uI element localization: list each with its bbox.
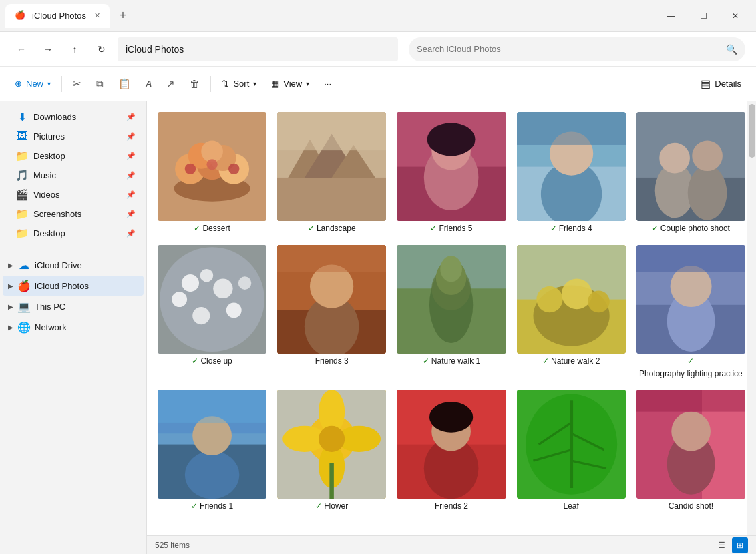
new-label: New — [26, 79, 43, 89]
copy-button[interactable]: ⧉ — [89, 72, 110, 96]
search-input[interactable] — [417, 44, 721, 54]
downloads-icon: ⬇ — [16, 111, 28, 123]
svg-point-37 — [172, 292, 187, 307]
expand-icon: ▶ — [8, 324, 13, 331]
navbar: ← → ↑ ↻ iCloud Photos 🔍 — [0, 32, 756, 67]
search-icon[interactable]: 🔍 — [726, 44, 737, 55]
list-item[interactable]: Friends 3 — [277, 245, 386, 379]
check-icon: ✓ — [430, 224, 437, 234]
view-button[interactable]: ▦ View ▾ — [264, 72, 316, 96]
photo-thumbnail — [277, 245, 386, 354]
minimize-button[interactable]: — — [656, 5, 687, 27]
more-button[interactable]: ··· — [317, 72, 338, 96]
paste-button[interactable]: 📋 — [112, 72, 138, 96]
tab-close-button[interactable]: ✕ — [94, 11, 100, 20]
pictures-icon: 🖼 — [16, 130, 28, 142]
sidebar-item-downloads[interactable]: ⬇ Downloads 📌 — [3, 107, 144, 126]
svg-rect-69 — [158, 390, 266, 423]
pin-icon: 📌 — [126, 171, 136, 180]
sidebar-item-pictures[interactable]: 🖼 Pictures 📌 — [3, 127, 144, 146]
scrollbar-thumb[interactable] — [749, 104, 755, 158]
list-item[interactable]: ✓ Friends 1 — [158, 390, 266, 512]
refresh-button[interactable]: ↻ — [91, 39, 112, 60]
maximize-button[interactable]: ☐ — [688, 5, 719, 27]
pin-icon: 📌 — [126, 152, 136, 160]
group-label: iCloud Photos — [35, 281, 89, 291]
sidebar-group-icloud-photos[interactable]: ▶ 🍎 iCloud Photos — [3, 276, 144, 296]
cut-icon: ✂ — [73, 78, 81, 90]
sidebar-item-label: Pictures — [33, 131, 121, 142]
sidebar-item-desktop[interactable]: 📁 Desktop 📌 — [3, 146, 144, 165]
photo-label: Leaf — [564, 501, 579, 512]
titlebar: 🍎 iCloud Photos ✕ + — ☐ ✕ — [0, 0, 756, 32]
group-label: This PC — [35, 302, 65, 312]
music-icon: 🎵 — [16, 169, 28, 181]
svg-point-36 — [200, 269, 214, 282]
grid-view-button[interactable]: ⊞ — [732, 537, 748, 553]
forward-button[interactable]: → — [37, 39, 59, 60]
share-button[interactable]: ↗ — [160, 72, 182, 96]
new-tab-button[interactable]: + — [112, 5, 134, 27]
list-item[interactable]: ✓ Dessert — [158, 112, 266, 234]
list-item[interactable]: Leaf — [517, 390, 626, 512]
list-item[interactable]: Friends 2 — [397, 390, 506, 512]
address-bar[interactable]: iCloud Photos — [118, 37, 398, 61]
copy-icon: ⧉ — [96, 78, 104, 90]
svg-point-57 — [562, 278, 592, 309]
sidebar-separator — [8, 250, 138, 250]
status-bar: 525 items ☰ ⊞ — [147, 535, 756, 554]
cut-button[interactable]: ✂ — [66, 72, 88, 96]
list-item[interactable]: ✓ Friends 4 — [517, 112, 626, 234]
photo-label: Candid shot! — [669, 501, 713, 512]
svg-point-31 — [687, 166, 727, 220]
view-icon: ▦ — [271, 79, 279, 89]
delete-icon: 🗑 — [190, 78, 200, 89]
list-item[interactable]: ✓ Close up — [158, 245, 266, 379]
this-pc-icon: 💻 — [17, 300, 31, 313]
list-item[interactable]: ✓ Couple photo shoot — [636, 112, 745, 234]
active-tab[interactable]: 🍎 iCloud Photos ✕ — [5, 4, 110, 28]
sidebar-item-screenshots[interactable]: 📁 Screenshots 📌 — [3, 204, 144, 223]
videos-icon: 🎬 — [16, 188, 28, 200]
sort-button[interactable]: ⇅ Sort ▾ — [215, 72, 263, 96]
back-button[interactable]: ← — [11, 39, 32, 60]
sidebar-item-desktop2[interactable]: 📁 Desktop 📌 — [3, 224, 144, 242]
list-item[interactable]: ✓ Flower — [277, 390, 386, 512]
photo-label: ✓ Nature walk 1 — [423, 356, 480, 367]
up-button[interactable]: ↑ — [64, 39, 85, 60]
sidebar-group-this-pc[interactable]: ▶ 💻 This PC — [3, 296, 144, 316]
list-item[interactable]: Candid shot! — [636, 390, 745, 512]
sidebar-group-network[interactable]: ▶ 🌐 Network — [3, 317, 144, 337]
photo-label: ✓ Friends 5 — [430, 224, 472, 234]
sidebar-group-icloud-drive[interactable]: ▶ ☁ iCloud Drive — [3, 255, 144, 275]
list-item[interactable]: ✓ Landscape — [277, 112, 386, 234]
new-button[interactable]: ⊕ New ▾ — [8, 72, 57, 96]
details-button[interactable]: ▤ Details — [694, 72, 748, 96]
svg-point-94 — [671, 412, 711, 451]
list-item[interactable]: ✓ Photography lighting practice — [636, 245, 745, 379]
photo-thumbnail — [277, 390, 386, 499]
svg-point-21 — [427, 123, 476, 156]
delete-button[interactable]: 🗑 — [183, 72, 206, 96]
list-item[interactable]: ✓ Nature walk 1 — [397, 245, 506, 379]
rename-button[interactable]: A — [139, 72, 158, 96]
list-item[interactable]: ✓ Friends 5 — [397, 112, 506, 234]
list-view-button[interactable]: ☰ — [713, 537, 729, 553]
photo-label: ✓ Flower — [315, 501, 348, 512]
svg-point-39 — [226, 302, 242, 318]
photo-thumbnail — [636, 245, 745, 354]
list-item[interactable]: ✓ Nature walk 2 — [517, 245, 626, 379]
photo-label: ✓ Close up — [192, 356, 232, 367]
photo-grid-area: ✓ Dessert — [147, 101, 756, 535]
group-label: Network — [35, 322, 67, 332]
photo-thumbnail — [277, 112, 386, 221]
svg-rect-16 — [277, 112, 386, 150]
close-button[interactable]: ✕ — [720, 5, 751, 27]
photo-thumbnail — [158, 390, 266, 499]
new-dropdown-icon: ▾ — [47, 80, 51, 87]
sidebar-item-videos[interactable]: 🎬 Videos 📌 — [3, 185, 144, 204]
scrollbar[interactable] — [747, 101, 756, 535]
sidebar-item-music[interactable]: 🎵 Music 📌 — [3, 166, 144, 184]
check-icon: ✓ — [652, 224, 658, 234]
photo-thumbnail — [517, 245, 626, 354]
